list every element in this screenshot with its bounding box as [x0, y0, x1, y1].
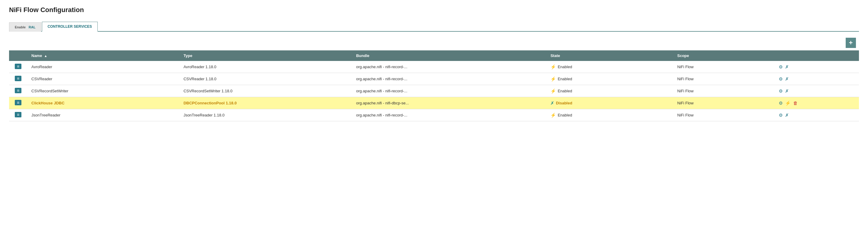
row-service-icon	[9, 109, 27, 121]
settings-action-icon[interactable]: ⚙	[779, 76, 783, 82]
service-type-icon	[15, 112, 22, 117]
disable-action-icon[interactable]: ✗	[785, 88, 789, 94]
row-scope: NiFi Flow	[673, 73, 775, 85]
col-header-state[interactable]: State	[546, 51, 673, 61]
row-service-icon	[9, 97, 27, 109]
state-enabled-icon: ⚡	[550, 76, 556, 82]
row-name: JsonTreeReader	[27, 109, 179, 121]
row-service-icon	[9, 73, 27, 85]
add-button-row: +	[9, 38, 859, 48]
table-row: CSVReaderCSVReader 1.18.0org.apache.nifi…	[9, 73, 859, 85]
table-row: JsonTreeReaderJsonTreeReader 1.18.0org.a…	[9, 109, 859, 121]
state-label: Enabled	[558, 113, 572, 117]
tab-enable-ral[interactable]: Enable RAL	[9, 22, 41, 32]
table-header: Name ▲ Type Bundle State Scope	[9, 51, 859, 61]
service-type-icon	[15, 64, 22, 69]
row-service-icon	[9, 85, 27, 97]
table-row: ClickHouse JDBCDBCPConnectionPool 1.18.0…	[9, 97, 859, 109]
row-service-icon	[9, 61, 27, 73]
row-type: CSVRecordSetWriter 1.18.0	[179, 85, 352, 97]
row-bundle: org.apache.nifi - nifi-dbcp-se...	[352, 97, 546, 109]
controller-services-tab-label: CONTROLLER SERVICES	[48, 25, 92, 29]
state-enabled-icon: ⚡	[550, 88, 556, 94]
controller-services-table: Name ▲ Type Bundle State Scope AvroReade…	[9, 51, 859, 121]
row-scope: NiFi Flow	[673, 61, 775, 73]
state-enabled-icon: ⚡	[550, 64, 556, 70]
row-type: JsonTreeReader 1.18.0	[179, 109, 352, 121]
disable-action-icon[interactable]: ✗	[785, 113, 789, 118]
settings-action-icon[interactable]: ⚙	[779, 64, 783, 70]
row-scope: NiFi Flow	[673, 97, 775, 109]
state-label: Enabled	[558, 89, 572, 93]
settings-action-icon[interactable]: ⚙	[779, 100, 783, 106]
settings-action-icon[interactable]: ⚙	[779, 88, 783, 94]
row-name: ClickHouse JDBC	[27, 97, 179, 109]
table-row: AvroReaderAvroReader 1.18.0org.apache.ni…	[9, 61, 859, 73]
col-header-name[interactable]: Name ▲	[27, 51, 179, 61]
state-label: Disabled	[556, 101, 572, 105]
row-actions: ⚙⚡🗑	[775, 97, 859, 109]
row-scope: NiFi Flow	[673, 109, 775, 121]
row-state: ⚡Enabled	[546, 85, 673, 97]
col-header-bundle[interactable]: Bundle	[352, 51, 546, 61]
row-state: ⚡Enabled	[546, 109, 673, 121]
state-label: Enabled	[558, 76, 572, 81]
table-body: AvroReaderAvroReader 1.18.0org.apache.ni…	[9, 61, 859, 121]
page-title: NiFi Flow Configuration	[9, 6, 859, 14]
disable-action-icon[interactable]: ✗	[785, 64, 789, 70]
enable-action-icon[interactable]: ⚡	[785, 100, 791, 106]
state-enabled-icon: ⚡	[550, 113, 556, 118]
row-type: DBCPConnectionPool 1.18.0	[179, 97, 352, 109]
row-type: CSVReader 1.18.0	[179, 73, 352, 85]
add-controller-service-button[interactable]: +	[846, 38, 856, 48]
row-state: ⚡Enabled	[546, 73, 673, 85]
tabs-row: Enable RAL CONTROLLER SERVICES	[9, 21, 859, 32]
delete-action-icon[interactable]: 🗑	[793, 100, 798, 105]
service-type-icon	[15, 100, 22, 105]
col-header-actions	[775, 51, 859, 61]
col-header-icon	[9, 51, 27, 61]
row-actions: ⚙✗	[775, 73, 859, 85]
row-name: AvroReader	[27, 61, 179, 73]
row-actions: ⚙✗	[775, 85, 859, 97]
row-name: CSVRecordSetWriter	[27, 85, 179, 97]
row-bundle: org.apache.nifi - nifi-record-...	[352, 61, 546, 73]
row-actions: ⚙✗	[775, 109, 859, 121]
row-bundle: org.apache.nifi - nifi-record-...	[352, 73, 546, 85]
row-state: ⚡Enabled	[546, 61, 673, 73]
row-type: AvroReader 1.18.0	[179, 61, 352, 73]
row-bundle: org.apache.nifi - nifi-record-...	[352, 109, 546, 121]
row-scope: NiFi Flow	[673, 85, 775, 97]
table-row: CSVRecordSetWriterCSVRecordSetWriter 1.1…	[9, 85, 859, 97]
enable-label: Enable	[15, 25, 26, 29]
col-header-type[interactable]: Type	[179, 51, 352, 61]
row-state: ✗Disabled	[546, 97, 673, 109]
state-disabled-icon: ✗	[550, 100, 554, 106]
service-type-icon	[15, 76, 22, 81]
tab-controller-services[interactable]: CONTROLLER SERVICES	[42, 22, 98, 32]
service-type-icon	[15, 88, 22, 93]
disable-action-icon[interactable]: ✗	[785, 76, 789, 82]
state-label: Enabled	[558, 65, 572, 69]
row-name: CSVReader	[27, 73, 179, 85]
col-header-scope[interactable]: Scope	[673, 51, 775, 61]
ral-label: RAL	[29, 25, 36, 29]
row-bundle: org.apache.nifi - nifi-record-...	[352, 85, 546, 97]
settings-action-icon[interactable]: ⚙	[779, 113, 783, 118]
sort-asc-icon: ▲	[44, 54, 48, 58]
row-actions: ⚙✗	[775, 61, 859, 73]
